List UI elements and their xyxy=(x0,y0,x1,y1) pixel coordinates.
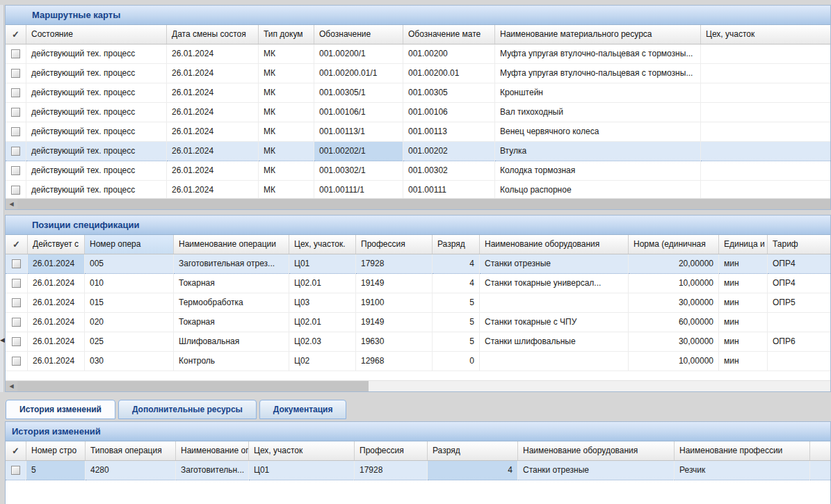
row-checkbox[interactable] xyxy=(6,44,26,64)
cell-workshop[interactable]: Ц02.01 xyxy=(289,274,356,293)
cell-typical-operation[interactable]: 4280 xyxy=(86,461,176,480)
cell-state[interactable]: действующий тех. процесс xyxy=(26,181,167,198)
row-checkbox[interactable] xyxy=(6,293,28,313)
cell-effective-from[interactable]: 26.01.2024 xyxy=(28,293,85,313)
cell-designation[interactable]: 001.00200.01/1 xyxy=(314,64,403,83)
cell-workshop[interactable] xyxy=(701,142,830,161)
col-header-op-name[interactable]: Наименование опе xyxy=(176,441,249,460)
cell-material-designation[interactable]: 001.00106 xyxy=(403,103,495,122)
cell-workshop[interactable] xyxy=(701,122,830,142)
cell-effective-from[interactable]: 26.01.2024 xyxy=(28,352,85,371)
cell-workshop[interactable]: Ц01 xyxy=(249,461,355,480)
row-checkbox[interactable] xyxy=(6,352,28,371)
cell-op-name[interactable]: Заготовительн... xyxy=(176,461,249,480)
col-header-op-number[interactable]: Номер опера xyxy=(85,235,174,254)
scrollbar-thumb[interactable] xyxy=(17,199,830,209)
row-checkbox[interactable] xyxy=(6,181,26,198)
cell-tariff[interactable] xyxy=(768,313,830,332)
cell-op-name[interactable]: Токарная xyxy=(174,274,289,293)
col-header-equipment[interactable]: Наименование оборудования xyxy=(480,235,629,254)
spec-row[interactable]: 26.01.2024 025 Шлифовальная Ц02.03 19630… xyxy=(6,332,830,352)
select-all-header[interactable]: ✓ xyxy=(6,235,28,254)
cell-date-changed[interactable]: 26.01.2024 xyxy=(167,122,259,142)
cell-op-number[interactable]: 020 xyxy=(85,313,174,332)
cell-profession-name[interactable]: Резчик xyxy=(675,461,810,480)
cell-norm[interactable]: 60,00000 xyxy=(629,313,719,332)
cell-state[interactable]: действующий тех. процесс xyxy=(26,103,167,122)
col-header-effective-from[interactable]: Действует с xyxy=(28,235,85,254)
cell-grade[interactable]: 5 xyxy=(433,293,480,313)
cell-workshop[interactable]: Ц03 xyxy=(289,293,356,313)
cell-op-name[interactable]: Заготовительная отрез... xyxy=(174,254,289,274)
row-checkbox[interactable] xyxy=(6,64,26,83)
spec-row-selected[interactable]: 26.01.2024 005 Заготовительная отрез... … xyxy=(6,254,830,274)
cell-grade[interactable]: 5 xyxy=(433,313,480,332)
spec-row[interactable]: 26.01.2024 020 Токарная Ц02.01 19149 5 С… xyxy=(6,313,830,332)
cell-doc-type[interactable]: МК xyxy=(259,122,314,142)
cell-grade-focused[interactable]: 4 xyxy=(428,461,518,480)
cell-material-designation[interactable]: 001.00200.01 xyxy=(403,64,495,83)
cell-state[interactable]: действующий тех. процесс xyxy=(26,142,167,161)
row-checkbox[interactable] xyxy=(6,122,26,142)
cell-unit[interactable]: мин xyxy=(719,332,768,352)
col-header-date-changed[interactable]: Дата смены состоя xyxy=(167,25,259,44)
col-header-workshop[interactable]: Цех, участок. xyxy=(289,235,356,254)
row-checkbox[interactable] xyxy=(6,161,26,181)
cell-workshop[interactable]: Ц01 xyxy=(289,254,356,274)
cell-designation[interactable]: 001.00113/1 xyxy=(314,122,403,142)
scroll-left-button[interactable]: ◀ xyxy=(6,381,17,391)
cell-material-name[interactable]: Колодка тормозная xyxy=(495,161,701,181)
select-all-header[interactable]: ✓ xyxy=(6,25,26,44)
cell-op-name[interactable]: Термообработка xyxy=(174,293,289,313)
splitter-collapse-icon[interactable]: ◀ xyxy=(0,336,5,343)
cell-designation[interactable]: 001.00106/1 xyxy=(314,103,403,122)
cell-equipment[interactable]: Станки токарные с ЧПУ xyxy=(480,313,629,332)
cell-material-name[interactable]: Муфта упругая втулочно-пальцевая с тормо… xyxy=(495,64,701,83)
spec-row[interactable]: 26.01.2024 030 Контроль Ц02 12968 0 10,0… xyxy=(6,352,830,371)
cell-profession[interactable]: 19149 xyxy=(356,274,433,293)
spec-row[interactable]: 26.01.2024 010 Токарная Ц02.01 19149 4 С… xyxy=(6,274,830,293)
cell-op-number[interactable]: 030 xyxy=(85,352,174,371)
cell-state[interactable]: действующий тех. процесс xyxy=(26,44,167,64)
cell-material-designation[interactable]: 001.00111 xyxy=(403,181,495,198)
cell-profession[interactable]: 12968 xyxy=(356,352,433,371)
cell-workshop[interactable] xyxy=(701,44,830,64)
cell-designation[interactable]: 001.00302/1 xyxy=(314,161,403,181)
cell-effective-from[interactable]: 26.01.2024 xyxy=(28,313,85,332)
cell-tariff[interactable]: ОПР5 xyxy=(768,293,830,313)
cell-date-changed[interactable]: 26.01.2024 xyxy=(167,83,259,103)
cell-designation-focused[interactable]: 001.00202/1 xyxy=(314,142,403,161)
cell-equipment[interactable]: Станки отрезные xyxy=(480,254,629,274)
cell-profession[interactable]: 19149 xyxy=(356,313,433,332)
routes-row[interactable]: действующий тех. процесс 26.01.2024 МК 0… xyxy=(6,181,830,198)
spec-horizontal-scrollbar[interactable]: ◀ xyxy=(6,380,830,391)
row-checkbox[interactable] xyxy=(6,83,26,103)
cell-doc-type[interactable]: МК xyxy=(259,142,314,161)
col-header-state[interactable]: Состояние xyxy=(26,25,167,44)
cell-line-number-focused[interactable]: 5 xyxy=(26,461,86,480)
cell-date-changed[interactable]: 26.01.2024 xyxy=(167,142,259,161)
routes-row[interactable]: действующий тех. процесс 26.01.2024 МК 0… xyxy=(6,103,830,122)
cell-effective-from[interactable]: 26.01.2024 xyxy=(28,274,85,293)
row-checkbox[interactable] xyxy=(6,461,26,480)
history-row-selected[interactable]: 5 4280 Заготовительн... Ц01 17928 4 Стан… xyxy=(6,461,830,480)
cell-date-changed[interactable]: 26.01.2024 xyxy=(167,181,259,198)
row-checkbox[interactable] xyxy=(6,103,26,122)
routes-horizontal-scrollbar[interactable]: ◀ xyxy=(6,198,830,209)
tab-documentation[interactable]: Документация xyxy=(259,400,347,419)
cell-grade[interactable]: 4 xyxy=(433,254,480,274)
cell-effective-from-focused[interactable]: 26.01.2024 xyxy=(28,254,85,274)
cell-date-changed[interactable]: 26.01.2024 xyxy=(167,64,259,83)
cell-profession[interactable]: 17928 xyxy=(356,254,433,274)
col-header-grade[interactable]: Разряд xyxy=(433,235,480,254)
cell-op-number[interactable]: 015 xyxy=(85,293,174,313)
col-header-profession[interactable]: Профессия xyxy=(355,441,428,460)
routes-row[interactable]: действующий тех. процесс 26.01.2024 МК 0… xyxy=(6,122,830,142)
cell-norm[interactable]: 30,00000 xyxy=(629,293,719,313)
cell-workshop[interactable] xyxy=(701,161,830,181)
cell-op-name[interactable]: Контроль xyxy=(174,352,289,371)
cell-designation[interactable]: 001.00305/1 xyxy=(314,83,403,103)
cell-equipment[interactable] xyxy=(480,352,629,371)
tab-additional-resources[interactable]: Дополнительные ресурсы xyxy=(118,400,257,419)
cell-unit[interactable]: мин xyxy=(719,274,768,293)
